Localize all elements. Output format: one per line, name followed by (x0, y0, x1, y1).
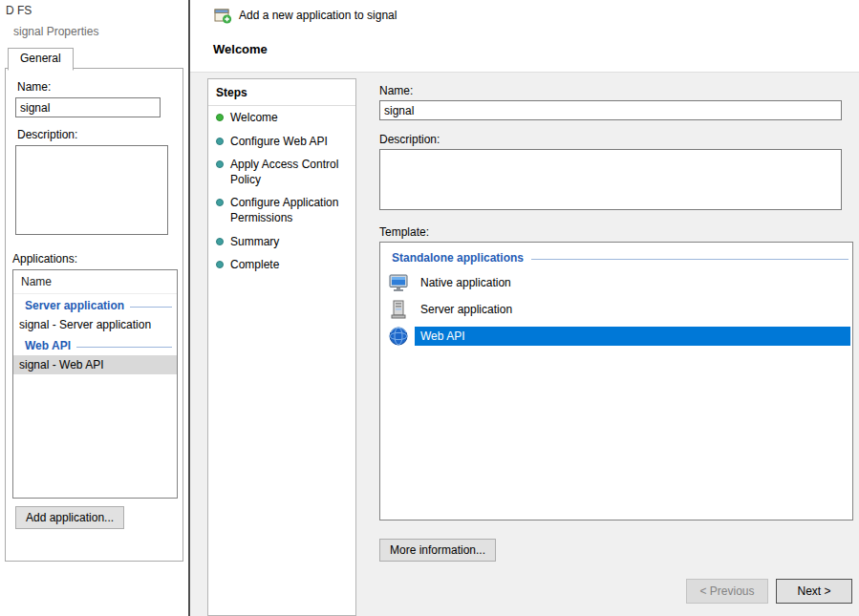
step-configure-web-api: Configure Web API (208, 130, 355, 154)
step-label: Summary (230, 235, 279, 250)
add-application-wizard: Add a new application to signal Welcome … (190, 0, 859, 616)
wizard-page-heading: Welcome (213, 42, 268, 56)
list-item-signal-server-application[interactable]: signal - Server application (13, 315, 177, 334)
console-left-pane: D FS signal Properties General Name: Des… (0, 0, 188, 616)
step-dot-icon (216, 199, 224, 206)
tab-general[interactable]: General (8, 48, 74, 71)
wizard-name-input[interactable] (379, 100, 842, 120)
applications-label: Applications: (12, 252, 77, 266)
wizard-description-label: Description: (379, 133, 440, 146)
description-label: Description: (17, 128, 77, 141)
template-list: Standalone applications Native applicati… (379, 242, 853, 520)
wizard-steps-panel: Steps Welcome Configure Web API Apply Ac… (207, 78, 356, 616)
step-dot-icon (216, 160, 224, 168)
name-input[interactable] (15, 97, 161, 117)
template-item-server-application[interactable]: Server application (380, 296, 852, 323)
steps-header: Steps (208, 79, 355, 106)
step-dot-icon (216, 261, 224, 268)
step-label: Configure Web API (230, 135, 328, 150)
template-group-label: Standalone applications (392, 251, 524, 265)
name-label: Name: (17, 80, 51, 94)
template-label: Template: (379, 225, 429, 239)
template-item-label: Web API (415, 327, 850, 346)
group-label: Web API (25, 339, 71, 352)
group-server-application: Server application (13, 294, 177, 315)
more-information-button[interactable]: More information... (379, 539, 496, 562)
web-api-icon (388, 326, 409, 347)
group-divider-line (130, 307, 172, 308)
group-label: Server application (25, 299, 124, 312)
add-application-button[interactable]: Add application... (15, 506, 124, 529)
wizard-main-content: Name: Description: Template: Standalone … (372, 78, 859, 616)
step-label: Configure Application Permissions (230, 196, 350, 225)
applications-list: Name Server application signal - Server … (12, 269, 178, 499)
add-application-icon (213, 6, 232, 25)
step-label: Complete (230, 258, 279, 273)
template-item-label: Native application (415, 273, 517, 292)
step-dot-icon (216, 238, 224, 245)
list-item-signal-web-api[interactable]: signal - Web API (13, 355, 177, 374)
server-application-icon (388, 299, 409, 320)
group-web-api: Web API (13, 334, 177, 355)
step-dot-icon (216, 114, 224, 121)
wizard-header: Add a new application to signal Welcome (190, 0, 859, 73)
template-group-standalone-applications: Standalone applications (380, 243, 852, 269)
group-divider-line (531, 259, 848, 260)
description-input[interactable] (15, 145, 168, 235)
wizard-title: Add a new application to signal (239, 9, 397, 22)
previous-button[interactable]: < Previous (686, 579, 768, 604)
native-application-icon (388, 272, 409, 293)
properties-general-panel: Name: Description: Applications: Name Se… (5, 68, 183, 562)
step-label: Apply Access Control Policy (230, 158, 350, 187)
step-welcome: Welcome (208, 106, 355, 130)
step-apply-access-control-policy: Apply Access Control Policy (208, 153, 355, 191)
console-title: D FS (6, 4, 32, 17)
applications-list-header-name[interactable]: Name (13, 270, 177, 294)
template-item-native-application[interactable]: Native application (380, 269, 852, 296)
step-configure-application-permissions: Configure Application Permissions (208, 191, 355, 229)
step-dot-icon (216, 138, 224, 145)
group-divider-line (76, 347, 172, 348)
template-item-web-api[interactable]: Web API (380, 323, 852, 350)
step-label: Welcome (230, 111, 278, 126)
template-item-label: Server application (415, 300, 518, 319)
properties-dialog-title: signal Properties (13, 25, 98, 38)
wizard-name-label: Name: (379, 84, 413, 97)
next-button[interactable]: Next > (776, 579, 852, 604)
step-complete: Complete (208, 253, 355, 277)
wizard-description-input[interactable] (379, 149, 842, 210)
step-summary: Summary (208, 230, 355, 254)
